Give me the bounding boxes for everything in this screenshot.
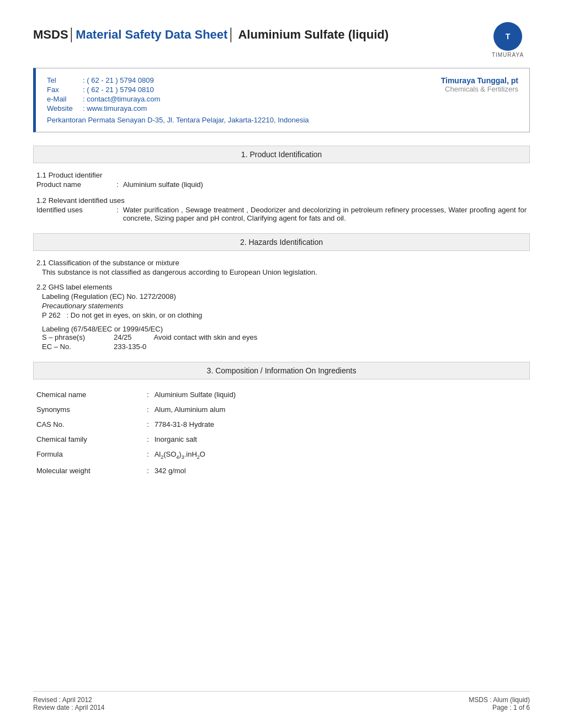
company-name-area: Timuraya Tunggal, pt Chemicals & Fertili… <box>441 76 518 93</box>
classification-title: 2.1 Classification of the substance or m… <box>36 259 527 267</box>
cas-no-colon: : <box>147 420 149 429</box>
relevant-uses-title: 1.2 Relevant identified uses <box>36 196 527 205</box>
product-name-label: Product name <box>36 180 116 189</box>
section1-title: 1. Product Identification <box>241 150 322 159</box>
section3-content: Chemical name : Aluminium Sulfate (liqui… <box>33 387 530 478</box>
msds-right: MSDS : Alum (liquid) <box>469 696 530 704</box>
section1-header: 1. Product Identification <box>33 146 530 163</box>
review-text: Review date : April 2014 <box>33 704 104 711</box>
email-row: e-Mail : contact@timuraya.com <box>47 95 309 103</box>
section2-header: 2. Hazards Identification <box>33 233 530 251</box>
page-number: Page : 1 of 6 <box>469 704 530 711</box>
mol-weight-colon: : <box>147 467 149 475</box>
cas-no-row: CAS No. : 7784-31-8 Hydrate <box>36 417 527 432</box>
mol-weight-row: Molecular weight : 342 g/mol <box>36 463 527 478</box>
ghs-block: Labeling (Regulation (EC) No. 1272/2008)… <box>42 292 527 319</box>
identified-uses-value: Water purification , Sewage treatment , … <box>123 206 527 222</box>
website-value: : www.timuraya.com <box>83 104 147 113</box>
section1-item2: 1.2 Relevant identified uses Identified … <box>36 196 527 222</box>
identified-uses-colon: : <box>116 206 119 222</box>
s-phrase-desc: Avoid contact with skin and eyes <box>154 333 258 341</box>
section1-content: 1.1 Product identifier Product name : Al… <box>33 171 530 222</box>
s-phrase-value: 24/25 <box>114 333 132 341</box>
company-type: Chemicals & Fertilizers <box>441 85 518 93</box>
cas-no-label: CAS No. <box>36 420 147 429</box>
chem-family-value: Inorganic salt <box>155 435 527 443</box>
mol-weight-value: 342 g/mol <box>155 467 527 475</box>
p262-label: P 262 <box>42 311 61 319</box>
synonyms-value: Alum, Aluminium alum <box>155 405 527 414</box>
formula-row: Formula : Al2(SO4)3.inH2O <box>36 447 527 463</box>
product-title: Aluminium Sulfate (liquid) <box>238 28 389 41</box>
cas-no-value: 7784-31-8 Hydrate <box>155 420 527 429</box>
tel-value: : ( 62 - 21 ) 5794 0809 <box>83 76 154 84</box>
page-footer: Revised : April 2012 Review date : April… <box>33 691 530 711</box>
chem-family-colon: : <box>147 435 149 443</box>
s-phrase-label: S – phrase(s) <box>42 333 114 341</box>
logo-text: TIMURAYA <box>492 52 524 58</box>
msds-label: MSDS <box>33 28 68 41</box>
synonyms-colon: : <box>147 405 149 414</box>
formula-colon: : <box>147 450 149 458</box>
product-name-value: Aluminium sulfate (liquid) <box>123 180 527 189</box>
chemical-name-row: Chemical name : Aluminium Sulfate (liqui… <box>36 387 527 402</box>
p262-row: P 262 : Do not get in eyes, on skin, or … <box>42 311 527 319</box>
pipe2: │ <box>227 28 235 41</box>
email-value: : contact@timuraya.com <box>83 95 160 103</box>
p262-colon: : <box>62 311 70 319</box>
p262-value: Do not get in eyes, on skin, or on cloth… <box>71 311 202 319</box>
labeling-old-block: Labeling (67/548/EEC or 1999/45/EC) S – … <box>42 325 527 351</box>
s-phrase-row: S – phrase(s) 24/25 Avoid contact with s… <box>42 333 527 341</box>
chemical-name-colon: : <box>147 390 149 399</box>
ec-no-label: EC – No. <box>42 342 114 351</box>
footer-right: MSDS : Alum (liquid) Page : 1 of 6 <box>469 696 530 711</box>
ghs-title: 2.2 GHS label elements <box>36 283 527 291</box>
email-label: e-Mail <box>47 95 83 103</box>
company-name: Timuraya Tunggal, pt <box>441 76 518 85</box>
formula-label: Formula <box>36 450 147 458</box>
section2-content: 2.1 Classification of the substance or m… <box>33 259 530 351</box>
chem-family-label: Chemical family <box>36 435 147 443</box>
synonyms-label: Synonyms <box>36 405 147 414</box>
fax-value: : ( 62 - 21 ) 5794 0810 <box>83 85 154 94</box>
section3-header: 3. Composition / Information On Ingredie… <box>33 362 530 379</box>
company-logo: T TIMURAYA <box>486 22 530 58</box>
section1-item1: 1.1 Product identifier Product name : Al… <box>36 171 527 189</box>
fax-label: Fax <box>47 85 83 94</box>
chemical-name-label: Chemical name <box>36 390 147 399</box>
mds-link-label: Material Safety Data Sheet <box>76 28 227 41</box>
section2-title: 2. Hazards Identification <box>240 238 323 247</box>
revised-text: Revised : April 2012 <box>33 696 104 704</box>
page-header: MSDS│Material Safety Data Sheet│ Alumini… <box>33 22 530 58</box>
page-title: MSDS│Material Safety Data Sheet│ Alumini… <box>33 28 389 42</box>
chemical-name-value: Aluminium Sulfate (liquid) <box>155 390 527 399</box>
precautionary-label: Precautionary statements <box>42 302 527 310</box>
formula-value: Al2(SO4)3.inH2O <box>155 450 527 460</box>
fax-row: Fax : ( 62 - 21 ) 5794 0810 <box>47 85 309 94</box>
footer-left: Revised : April 2012 Review date : April… <box>33 696 104 711</box>
ghs-labeling-line: Labeling (Regulation (EC) No. 1272/2008) <box>42 292 527 301</box>
company-address: Perkantoran Permata Senayan D-35, Jl. Te… <box>47 116 309 124</box>
synonyms-row: Synonyms : Alum, Aluminium alum <box>36 402 527 417</box>
logo-circle-icon: T <box>493 22 522 51</box>
product-name-row: Product name : Aluminium sulfate (liquid… <box>36 180 527 189</box>
ec-no-row: EC – No. 233-135-0 <box>42 342 527 351</box>
pipe1: │ <box>68 28 76 41</box>
section3-title: 3. Composition / Information On Ingredie… <box>207 366 357 375</box>
chem-family-row: Chemical family : Inorganic salt <box>36 432 527 447</box>
tel-row: Tel : ( 62 - 21 ) 5794 0809 <box>47 76 309 84</box>
identified-uses-row: Identified uses : Water purification , S… <box>36 206 527 222</box>
ec-no-value: 233-135-0 <box>114 342 146 351</box>
classification-text: This substance is not classified as dang… <box>42 268 527 276</box>
labeling-old-line: Labeling (67/548/EEC or 1999/45/EC) <box>42 325 527 333</box>
company-info-box: Tel : ( 62 - 21 ) 5794 0809 Fax : ( 62 -… <box>33 68 530 132</box>
mol-weight-label: Molecular weight <box>36 467 147 475</box>
section2-item2: 2.2 GHS label elements Labeling (Regulat… <box>36 283 527 351</box>
tel-label: Tel <box>47 76 83 84</box>
section2-item1: 2.1 Classification of the substance or m… <box>36 259 527 276</box>
website-row: Website : www.timuraya.com <box>47 104 309 113</box>
product-identifier-title: 1.1 Product identifier <box>36 171 527 179</box>
website-label: Website <box>47 104 83 113</box>
company-contact: Tel : ( 62 - 21 ) 5794 0809 Fax : ( 62 -… <box>47 76 309 124</box>
svg-text:T: T <box>506 32 511 41</box>
